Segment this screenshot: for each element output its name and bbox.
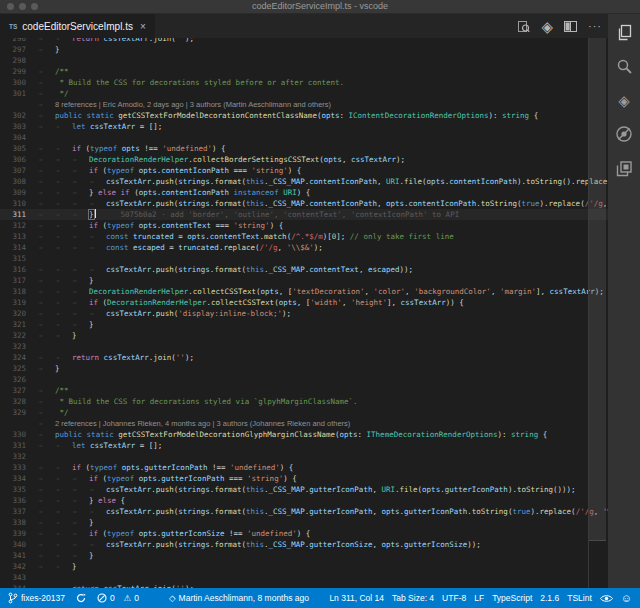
line-number-gutter[interactable]: 300 bbox=[0, 77, 38, 88]
debug-icon[interactable] bbox=[614, 124, 634, 144]
line-number-gutter[interactable]: 313 bbox=[0, 231, 38, 242]
line-number-gutter[interactable]: 327 bbox=[0, 385, 38, 396]
line-number-gutter[interactable]: 329 bbox=[0, 407, 38, 418]
vertical-scrollbar[interactable] bbox=[589, 38, 606, 541]
code-line[interactable]: 319→→→if (DecorationRenderHelper.collect… bbox=[0, 297, 608, 308]
language-mode[interactable]: TypeScript bbox=[492, 593, 532, 603]
eye-icon[interactable] bbox=[600, 594, 613, 603]
codelens-row[interactable]: →2 references | Johannes Rieken, 4 month… bbox=[0, 418, 608, 429]
code-line[interactable]: 303→→let cssTextArr = []; bbox=[0, 121, 608, 132]
code-line[interactable]: 335→→→→cssTextArr.push(strings.format(th… bbox=[0, 484, 608, 495]
code-line[interactable]: 339→→→if (typeof opts.gutterIconSize !==… bbox=[0, 528, 608, 539]
code-line[interactable]: 323 bbox=[0, 341, 608, 352]
line-number-gutter[interactable]: 335 bbox=[0, 484, 38, 495]
line-number-gutter[interactable]: 336 bbox=[0, 495, 38, 506]
code-line[interactable]: 298 bbox=[0, 55, 608, 66]
line-number-gutter[interactable] bbox=[0, 99, 38, 110]
code-line[interactable]: 340→→→→cssTextArr.push(strings.format(th… bbox=[0, 539, 608, 550]
code-line[interactable]: 307→→→if (typeof opts.contentIconPath ==… bbox=[0, 165, 608, 176]
line-number-gutter[interactable]: 318 bbox=[0, 286, 38, 297]
code-editor[interactable]: 296→→return cssTextArr.join('');297→}298… bbox=[0, 38, 608, 588]
eol-indicator[interactable]: LF bbox=[474, 593, 484, 603]
code-line[interactable]: 325→} bbox=[0, 363, 608, 374]
explorer-icon[interactable] bbox=[614, 22, 634, 42]
line-number-gutter[interactable]: 339 bbox=[0, 528, 38, 539]
gitlens-icon[interactable]: ◈ bbox=[614, 90, 634, 110]
line-number-gutter[interactable]: 306 bbox=[0, 154, 38, 165]
line-number-gutter[interactable]: 311 bbox=[0, 209, 38, 220]
line-number-gutter[interactable]: 307 bbox=[0, 165, 38, 176]
code-line[interactable]: 343 bbox=[0, 572, 608, 583]
line-number-gutter[interactable]: 314 bbox=[0, 242, 38, 253]
line-number-gutter[interactable]: 319 bbox=[0, 297, 38, 308]
sync-button[interactable] bbox=[76, 593, 86, 603]
tab-close-icon[interactable]: × bbox=[140, 21, 146, 32]
code-line[interactable]: 329→ */ bbox=[0, 407, 608, 418]
code-line[interactable]: 308→→→→cssTextArr.push(strings.format(th… bbox=[0, 176, 608, 187]
code-line[interactable]: 302→public static getCSSTextForModelDeco… bbox=[0, 110, 608, 121]
code-line[interactable]: 328→ * Build the CSS for decorations sty… bbox=[0, 396, 608, 407]
code-line[interactable]: 297→} bbox=[0, 44, 608, 55]
code-line[interactable]: 317→→→} bbox=[0, 275, 608, 286]
line-number-gutter[interactable]: 338 bbox=[0, 517, 38, 528]
more-actions-icon[interactable]: ··· bbox=[588, 20, 602, 32]
code-line[interactable]: 305→→if (typeof opts !== 'undefined') { bbox=[0, 143, 608, 154]
line-number-gutter[interactable]: 325 bbox=[0, 363, 38, 374]
codelens-row[interactable]: →8 references | Eric Amodio, 2 days ago … bbox=[0, 99, 608, 110]
line-number-gutter[interactable]: 341 bbox=[0, 550, 38, 561]
line-number-gutter[interactable]: 315 bbox=[0, 253, 38, 264]
line-number-gutter[interactable]: 302 bbox=[0, 110, 38, 121]
code-line[interactable]: 310→→→→cssTextArr.push(strings.format(th… bbox=[0, 198, 608, 209]
code-line[interactable]: 332 bbox=[0, 451, 608, 462]
line-number-gutter[interactable]: 324 bbox=[0, 352, 38, 363]
tab-codeEditorServiceImpl[interactable]: TS codeEditorServiceImpl.ts × bbox=[0, 14, 155, 38]
line-number-gutter[interactable]: 343 bbox=[0, 572, 38, 583]
git-branch-indicator[interactable]: fixes-20137 bbox=[8, 592, 65, 604]
code-line[interactable]: 300→ * Build the CSS for decorations sty… bbox=[0, 77, 608, 88]
typescript-version[interactable]: 2.1.6 bbox=[540, 593, 559, 603]
code-line[interactable]: 341→→→} bbox=[0, 550, 608, 561]
line-number-gutter[interactable]: 320 bbox=[0, 308, 38, 319]
code-line[interactable]: 314→→→→const escaped = truncated.replace… bbox=[0, 242, 608, 253]
code-line[interactable]: 342→→} bbox=[0, 561, 608, 572]
code-line[interactable]: 324→→return cssTextArr.join(''); bbox=[0, 352, 608, 363]
line-number-gutter[interactable]: 304 bbox=[0, 132, 38, 143]
problems-indicator[interactable]: 0 ⚠ 0 bbox=[97, 593, 139, 603]
tslint-status[interactable]: TSLint bbox=[567, 593, 592, 603]
codelens-text[interactable]: 2 references | Johannes Rieken, 4 months… bbox=[55, 419, 350, 428]
line-number-gutter[interactable]: 332 bbox=[0, 451, 38, 462]
tab-size-indicator[interactable]: Tab Size: 4 bbox=[392, 593, 434, 603]
code-line[interactable]: 336→→→} else { bbox=[0, 495, 608, 506]
line-number-gutter[interactable]: 317 bbox=[0, 275, 38, 286]
code-line[interactable]: 337→→→→cssTextArr.push(strings.format(th… bbox=[0, 506, 608, 517]
code-line[interactable]: 316→→→→cssTextArr.push(strings.format(th… bbox=[0, 264, 608, 275]
line-number-gutter[interactable]: 299 bbox=[0, 66, 38, 77]
line-number-gutter[interactable]: 328 bbox=[0, 396, 38, 407]
code-line[interactable]: 333→→if (typeof opts.gutterIconPath !== … bbox=[0, 462, 608, 473]
line-number-gutter[interactable] bbox=[0, 418, 38, 429]
line-number-gutter[interactable]: 298 bbox=[0, 55, 38, 66]
code-line[interactable]: 330→public static getCSSTextForModelDeco… bbox=[0, 429, 608, 440]
line-number-gutter[interactable]: 334 bbox=[0, 473, 38, 484]
line-number-gutter[interactable]: 312 bbox=[0, 220, 38, 231]
code-line[interactable]: 315 bbox=[0, 253, 608, 264]
code-line[interactable]: 331→→let cssTextArr = []; bbox=[0, 440, 608, 451]
code-line[interactable]: 320→→→→cssTextArr.push('display:inline-b… bbox=[0, 308, 608, 319]
line-number-gutter[interactable]: 321 bbox=[0, 319, 38, 330]
code-line[interactable]: 311→→→}5075b0a2 · add 'border', 'outline… bbox=[0, 209, 608, 220]
cursor-position[interactable]: Ln 311, Col 14 bbox=[329, 593, 384, 603]
code-line[interactable]: 326 bbox=[0, 374, 608, 385]
code-line[interactable]: 338→→→} bbox=[0, 517, 608, 528]
open-preview-icon[interactable] bbox=[517, 20, 530, 33]
code-line[interactable]: 312→→→if (typeof opts.contentText === 's… bbox=[0, 220, 608, 231]
code-line[interactable]: 318→→→DecorationRenderHelper.collectCSST… bbox=[0, 286, 608, 297]
feedback-smiley-icon[interactable]: ☺ bbox=[621, 593, 632, 604]
gitlens-blame-status[interactable]: ◇ Martin Aeschlimann, 8 months ago bbox=[169, 593, 309, 603]
line-number-gutter[interactable]: 326 bbox=[0, 374, 38, 385]
encoding-indicator[interactable]: UTF-8 bbox=[442, 593, 466, 603]
code-line[interactable]: 299→/** bbox=[0, 66, 608, 77]
split-editor-icon[interactable] bbox=[564, 21, 577, 32]
line-number-gutter[interactable]: 316 bbox=[0, 264, 38, 275]
line-number-gutter[interactable]: 322 bbox=[0, 330, 38, 341]
line-number-gutter[interactable]: 340 bbox=[0, 539, 38, 550]
